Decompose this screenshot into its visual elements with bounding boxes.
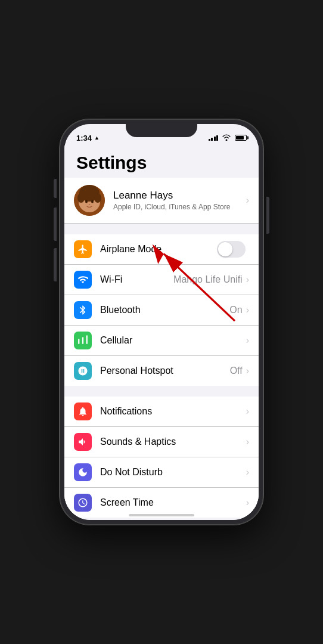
- bluetooth-label: Bluetooth: [100, 305, 229, 315]
- wifi-value: Mango Life Unifi: [173, 274, 243, 285]
- signal-bars: [209, 135, 219, 141]
- system-section: Notifications › Sounds & Haptics ›: [64, 397, 259, 518]
- mute-switch: [54, 179, 57, 198]
- profile-info: Leanne Hays Apple ID, iCloud, iTunes & A…: [113, 190, 246, 211]
- gap-3: [64, 518, 259, 520]
- notch: [126, 124, 197, 137]
- gap-1: [64, 224, 259, 234]
- volume-up-button: [54, 208, 57, 241]
- screentime-item[interactable]: Screen Time ›: [64, 488, 259, 518]
- bluetooth-value: On: [229, 305, 242, 315]
- airplane-mode-item[interactable]: Airplane Mode: [64, 234, 259, 265]
- airplane-mode-toggle[interactable]: [217, 241, 246, 258]
- notifications-label: Notifications: [100, 406, 246, 417]
- svg-point-5: [85, 200, 88, 203]
- bluetooth-icon: [74, 301, 92, 319]
- svg-point-3: [77, 193, 85, 203]
- gap-2: [64, 386, 259, 397]
- dnd-item[interactable]: Do Not Disturb ›: [64, 457, 259, 488]
- wifi-chevron: ›: [246, 274, 249, 285]
- hotspot-item[interactable]: Personal Hotspot Off ›: [64, 356, 259, 386]
- notifications-chevron: ›: [246, 406, 249, 417]
- profile-name: Leanne Hays: [113, 190, 246, 202]
- battery-icon: [235, 135, 247, 141]
- airplane-icon: [74, 240, 92, 258]
- profile-subtitle: Apple ID, iCloud, iTunes & App Store: [113, 203, 246, 211]
- wifi-status-icon: [222, 134, 231, 142]
- power-button: [266, 197, 269, 234]
- screentime-chevron: ›: [246, 497, 249, 508]
- hotspot-label: Personal Hotspot: [100, 366, 230, 376]
- sounds-item[interactable]: Sounds & Haptics ›: [64, 427, 259, 457]
- cellular-chevron: ›: [246, 335, 249, 346]
- hotspot-icon: [74, 362, 92, 380]
- screentime-icon: [74, 494, 92, 512]
- screen-content: Settings: [64, 145, 259, 520]
- network-section: Airplane Mode Wi-Fi Mango Life Unifi ›: [64, 234, 259, 386]
- dnd-label: Do Not Disturb: [100, 467, 246, 478]
- sounds-icon: [74, 433, 92, 451]
- wifi-item[interactable]: Wi-Fi Mango Life Unifi ›: [64, 265, 259, 295]
- bluetooth-item[interactable]: Bluetooth On ›: [64, 295, 259, 326]
- cellular-item[interactable]: Cellular ›: [64, 326, 259, 356]
- location-icon: ▲: [94, 135, 100, 141]
- cellular-label: Cellular: [100, 335, 246, 346]
- home-bar: [129, 514, 194, 516]
- bluetooth-chevron: ›: [246, 305, 249, 315]
- profile-section: Leanne Hays Apple ID, iCloud, iTunes & A…: [64, 178, 259, 224]
- status-icons: [209, 134, 247, 142]
- dnd-chevron: ›: [246, 467, 249, 478]
- sounds-label: Sounds & Haptics: [100, 436, 246, 447]
- wifi-label: Wi-Fi: [100, 274, 173, 285]
- page-title: Settings: [76, 153, 247, 173]
- avatar: [74, 185, 105, 216]
- volume-down-button: [54, 248, 57, 281]
- profile-row[interactable]: Leanne Hays Apple ID, iCloud, iTunes & A…: [64, 178, 259, 224]
- svg-point-7: [89, 204, 91, 205]
- wifi-icon: [74, 271, 92, 289]
- airplane-mode-label: Airplane Mode: [100, 244, 217, 255]
- notifications-item[interactable]: Notifications ›: [64, 397, 259, 427]
- profile-chevron: ›: [246, 195, 249, 206]
- hotspot-value: Off: [230, 366, 243, 376]
- sounds-chevron: ›: [246, 436, 249, 447]
- phone-frame: 1:34 ▲: [60, 119, 263, 525]
- phone-screen: 1:34 ▲: [64, 124, 259, 520]
- svg-point-4: [94, 193, 101, 203]
- screentime-label: Screen Time: [100, 497, 246, 508]
- dnd-icon: [74, 463, 92, 481]
- settings-title-area: Settings: [64, 145, 259, 178]
- svg-point-6: [91, 200, 94, 203]
- cellular-icon: [74, 332, 92, 349]
- hotspot-chevron: ›: [246, 366, 249, 376]
- notifications-icon: [74, 402, 92, 420]
- status-time: 1:34: [76, 134, 92, 143]
